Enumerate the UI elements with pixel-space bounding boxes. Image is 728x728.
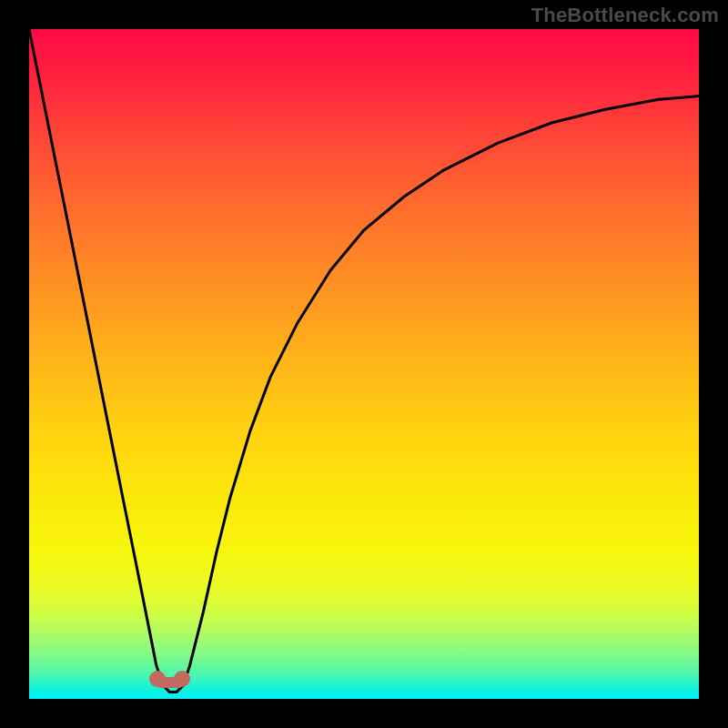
bottleneck-curve (29, 29, 699, 699)
plot-area (29, 29, 699, 699)
outer-frame: TheBottleneck.com (0, 0, 728, 728)
curve-minimum-connector (157, 677, 181, 688)
watermark-text: TheBottleneck.com (531, 4, 719, 27)
